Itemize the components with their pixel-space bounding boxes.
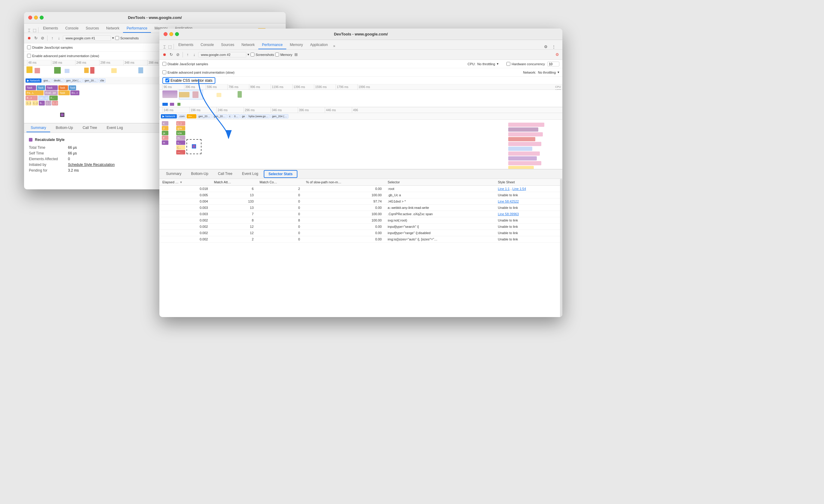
tab-sources-1[interactable]: Sources: [82, 24, 103, 33]
flame-task-4[interactable]: Task: [58, 85, 68, 90]
tab-bottom-up-1[interactable]: Bottom-Up: [51, 124, 77, 132]
tab-performance-1[interactable]: Performance: [123, 24, 151, 33]
tab-bottom-up-2[interactable]: Bottom-Up: [187, 170, 212, 178]
tab-network-2[interactable]: Network: [238, 41, 258, 49]
flame-b[interactable]: b...: [39, 101, 45, 106]
concurrency-input-2[interactable]: [547, 61, 559, 67]
maximize-button-1[interactable]: [40, 16, 43, 19]
download-icon-1[interactable]: ↓: [56, 35, 62, 41]
reload-icon-1[interactable]: ↻: [33, 35, 38, 41]
advanced-paint-1[interactable]: Enable advanced paint instrumentation (s…: [27, 54, 99, 58]
clear-icon-2[interactable]: ⊘: [175, 52, 181, 57]
style-link-154[interactable]: Line 1:54: [512, 187, 526, 191]
record-icon-2[interactable]: ⏺: [162, 52, 167, 57]
tab-call-tree-1[interactable]: Call Tree: [79, 124, 101, 132]
tab-selector-stats-2[interactable]: Selector Stats: [264, 170, 297, 178]
settings-icon-2[interactable]: ⚙: [543, 44, 548, 49]
close-button-2[interactable]: [164, 32, 168, 36]
tab-console-2[interactable]: Console: [197, 41, 217, 49]
more-controls-icon-2[interactable]: ⊞: [294, 52, 299, 57]
clear-icon-1[interactable]: ⊘: [40, 35, 45, 41]
flame-paren-r1[interactable]: (...): [176, 121, 185, 126]
memory-checkbox-2[interactable]: Memory: [275, 52, 292, 56]
tab-performance-2[interactable]: Performance: [258, 41, 286, 49]
flame-paren1[interactable]: (...): [25, 101, 31, 106]
flame-m[interactable]: m...: [176, 136, 185, 140]
th-selector[interactable]: Selector: [385, 179, 495, 186]
settings-gear-2[interactable]: ⚙: [554, 52, 560, 57]
flame-paren4[interactable]: (...): [52, 101, 58, 106]
upload-icon-2[interactable]: ↑: [185, 52, 190, 57]
flame-f[interactable]: F...: [49, 96, 58, 100]
inspect-icon-1[interactable]: ⬚: [32, 27, 37, 33]
tab-console-1[interactable]: Console: [62, 24, 82, 33]
tab-elements-2[interactable]: Elements: [175, 41, 197, 49]
flame-j[interactable]: J: [162, 126, 169, 130]
cpu-dropdown-2[interactable]: ▾: [497, 62, 499, 66]
tab-event-log-1[interactable]: Event Log: [103, 124, 127, 132]
style-link-5839963[interactable]: Line 58:39963: [498, 212, 519, 216]
download-icon-2[interactable]: ↓: [192, 52, 197, 57]
scroll-thumb-2[interactable]: [560, 179, 562, 317]
advanced-paint-2[interactable]: Enable advanced paint instrumentation (s…: [163, 70, 234, 74]
highlighted-block-1[interactable]: [60, 113, 64, 117]
flame-paren-r2[interactable]: (…: [176, 145, 185, 150]
flame-evals[interactable]: Eval...ipt: [44, 91, 58, 95]
css-selector-checkbox[interactable]: [166, 79, 169, 82]
flame-paren2[interactable]: (...): [32, 101, 38, 106]
schedule-style-link[interactable]: Schedule Style Recalculation: [68, 162, 115, 167]
url-dropdown-2[interactable]: ▾: [247, 52, 249, 56]
more-icon-2[interactable]: ⋮: [551, 44, 556, 49]
style-link-11[interactable]: Line 1:1: [498, 187, 510, 191]
flame-gja[interactable]: gJa: [176, 126, 185, 130]
flame-ev[interactable]: Ev...t: [70, 91, 79, 95]
flame-task-2[interactable]: Task: [37, 85, 45, 90]
tab-memory-2[interactable]: Memory: [286, 41, 306, 49]
hardware-concurrency-2[interactable]: Hardware concurrency: [506, 61, 559, 67]
tab-sources-2[interactable]: Sources: [217, 41, 238, 49]
flame-et[interactable]: E...t: [25, 96, 37, 100]
screenshot-checkbox-1[interactable]: Screenshots: [115, 36, 139, 40]
flame-task-5[interactable]: Task: [69, 85, 76, 90]
minimize-button-1[interactable]: [34, 16, 38, 19]
tab-summary-2[interactable]: Summary: [162, 170, 186, 178]
flame-h[interactable]: H: [162, 140, 169, 145]
tab-elements-1[interactable]: Elements: [39, 24, 62, 33]
flame-sja[interactable]: sJa: [176, 131, 185, 135]
url-input-2[interactable]: [198, 52, 246, 57]
th-match-co[interactable]: Match Co…: [256, 179, 303, 186]
tab-application-2[interactable]: Application: [306, 41, 331, 49]
th-style-sheet[interactable]: Style Sheet: [495, 179, 563, 186]
tab-more-2[interactable]: »: [331, 43, 337, 49]
record-icon-1[interactable]: ⏺: [26, 35, 32, 41]
tab-network-1[interactable]: Network: [103, 24, 123, 33]
flame-k[interactable]: K: [162, 121, 169, 126]
tab-summary-1[interactable]: Summary: [26, 124, 50, 132]
disable-js-1[interactable]: Disable JavaScript samples: [27, 45, 73, 49]
url-dropdown-1[interactable]: ▾: [112, 36, 114, 40]
tab-event-log-2[interactable]: Event Log: [238, 170, 263, 178]
upload-icon-1[interactable]: ↑: [49, 35, 55, 41]
flame-pal[interactable]: Pa...L: [25, 91, 43, 95]
tab-call-tree-2[interactable]: Call Tree: [214, 170, 237, 178]
disable-js-2[interactable]: Disable JavaScript samples: [163, 62, 208, 66]
css-selector-checkbox-container[interactable]: Enable CSS selector stats: [163, 77, 215, 84]
url-input-1[interactable]: [63, 35, 111, 41]
reload-icon-2[interactable]: ↻: [169, 52, 174, 57]
network-dropdown-2[interactable]: ▾: [557, 70, 559, 74]
flame-f2[interactable]: F: [162, 136, 169, 140]
th-match-att[interactable]: Match Att…: [211, 179, 256, 186]
flame-v[interactable]: v...: [176, 140, 185, 145]
flame-paren3[interactable]: (...): [45, 101, 51, 106]
inspect-icon-2[interactable]: ⬚: [167, 44, 173, 49]
minimize-button-2[interactable]: [169, 32, 173, 36]
flame-ja[interactable]: ja: [162, 131, 169, 135]
flame-task-3[interactable]: Task: [46, 85, 58, 90]
th-pct[interactable]: % of slow-path non-m…: [303, 179, 385, 186]
style-link-5842522[interactable]: Line 58:42522: [498, 200, 519, 203]
screenshot-checkbox-2[interactable]: Screenshots: [250, 52, 274, 56]
flame-dash[interactable]: —…: [176, 150, 185, 154]
flame-task-1[interactable]: Task: [25, 85, 36, 90]
th-elapsed[interactable]: Elapsed … ▼: [160, 179, 211, 186]
close-button-1[interactable]: [28, 16, 32, 19]
